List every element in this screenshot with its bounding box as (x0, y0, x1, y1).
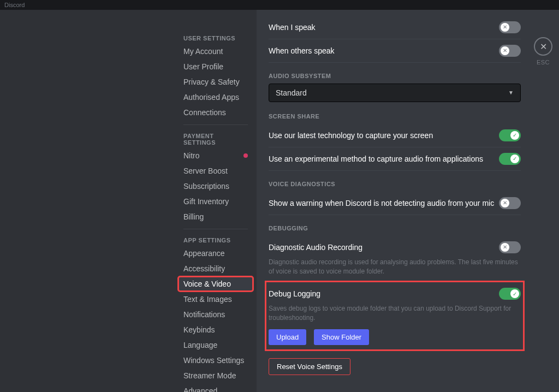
row-mic-warning: Show a warning when Discord is not detec… (269, 192, 521, 215)
sidebar-item-billing[interactable]: Billing (178, 209, 253, 224)
sidebar-header: USER SETTINGS (178, 32, 253, 44)
when-others-speak-toggle[interactable] (499, 45, 521, 57)
sidebar-item-user-profile[interactable]: User Profile (178, 59, 253, 74)
sidebar-item-label: Windows Settings (183, 356, 244, 365)
diag-rec-desc: Diagnostic audio recording is used for a… (269, 258, 521, 276)
debug-log-desc: Saves debug logs to voice module folder … (269, 304, 521, 323)
debug-log-toggle[interactable] (499, 288, 521, 300)
sidebar-item-notifications[interactable]: Notifications (178, 307, 253, 322)
row-diag-rec: Diagnostic Audio Recording (269, 236, 521, 254)
exp-audio-label: Use an experimental method to capture au… (269, 155, 483, 163)
sidebar-item-label: Appearance (183, 249, 225, 258)
sidebar-item-language[interactable]: Language (178, 337, 253, 353)
mic-warning-toggle[interactable] (499, 197, 521, 209)
row-latest-tech: Use our latest technology to capture you… (269, 124, 521, 147)
sidebar-item-accessibility[interactable]: Accessibility (178, 261, 253, 276)
latest-tech-toggle[interactable] (499, 129, 521, 141)
sidebar-item-label: Language (183, 341, 217, 349)
screen-share-title: SCREEN SHARE (269, 113, 521, 120)
voice-diagnostics-title: VOICE DIAGNOSTICS (269, 181, 521, 187)
sidebar-item-appearance[interactable]: Appearance (178, 246, 253, 261)
sidebar-item-label: User Profile (183, 62, 223, 71)
diag-rec-toggle[interactable] (499, 241, 521, 253)
attenuation-desc-tail: attenuation. (269, 10, 521, 13)
sidebar-item-nitro[interactable]: Nitro (178, 148, 253, 163)
sidebar-header: APP SETTINGS (178, 234, 253, 246)
sidebar-item-subscriptions[interactable]: Subscriptions (178, 179, 253, 194)
sidebar-item-label: My Account (183, 47, 223, 56)
sidebar-item-text-images[interactable]: Text & Images (178, 292, 253, 307)
sidebar-item-authorised-apps[interactable]: Authorised Apps (178, 90, 253, 105)
latest-tech-label: Use our latest technology to capture you… (269, 131, 433, 140)
sidebar-header: PAYMENT SETTINGS (178, 129, 253, 148)
sidebar-item-label: Server Boost (183, 167, 228, 175)
chevron-down-icon: ▼ (508, 90, 514, 96)
mic-warning-label: Show a warning when Discord is not detec… (269, 199, 494, 207)
settings-content: ✕ ESC attenuation. When I speak When oth… (257, 10, 559, 392)
titlebar: Discord (0, 0, 559, 10)
sidebar-item-label: Streamer Mode (183, 371, 236, 380)
sidebar-item-label: Text & Images (183, 295, 232, 304)
audio-subsystem-value: Standard (276, 88, 307, 97)
sidebar-item-label: Authorised Apps (183, 93, 239, 102)
when-i-speak-label: When I speak (269, 23, 316, 32)
debugging-title: DEBUGGING (269, 225, 521, 231)
sidebar-item-label: Accessibility (183, 264, 225, 273)
sidebar-item-voice-video[interactable]: Voice & Video (178, 276, 253, 292)
settings-sidebar: USER SETTINGSMy AccountUser ProfilePriva… (175, 10, 257, 392)
sidebar-item-label: Privacy & Safety (183, 78, 240, 86)
row-debug-log: Debug Logging (269, 282, 521, 301)
close-icon[interactable]: ✕ (534, 37, 552, 56)
show-folder-button[interactable]: Show Folder (314, 329, 369, 345)
sidebar-item-my-account[interactable]: My Account (178, 44, 253, 59)
audio-subsystem-select[interactable]: Standard ▼ (269, 84, 521, 102)
sidebar-item-label: Keybinds (183, 325, 215, 334)
sidebar-item-gift-inventory[interactable]: Gift Inventory (178, 194, 253, 209)
sidebar-item-label: Nitro (183, 151, 200, 160)
debug-log-label: Debug Logging (269, 289, 320, 298)
sidebar-item-keybinds[interactable]: Keybinds (178, 322, 253, 337)
when-i-speak-toggle[interactable] (499, 21, 521, 33)
row-when-i-speak: When I speak (269, 16, 521, 39)
when-others-speak-label: When others speak (269, 46, 335, 55)
sidebar-item-connections[interactable]: Connections (178, 105, 253, 120)
sidebar-item-label: Billing (183, 212, 204, 221)
exp-audio-toggle[interactable] (499, 153, 521, 165)
sidebar-item-label: Subscriptions (183, 182, 229, 191)
diag-rec-label: Diagnostic Audio Recording (269, 243, 362, 252)
sidebar-item-streamer-mode[interactable]: Streamer Mode (178, 368, 253, 383)
upload-button[interactable]: Upload (269, 329, 306, 345)
sidebar-item-label: Notifications (183, 310, 225, 319)
sidebar-item-server-boost[interactable]: Server Boost (178, 163, 253, 179)
reset-voice-settings-button[interactable]: Reset Voice Settings (269, 358, 350, 375)
esc-label: ESC (537, 59, 550, 66)
audio-subsystem-title: AUDIO SUBSYSTEM (269, 73, 521, 79)
sidebar-item-label: Gift Inventory (183, 197, 229, 206)
row-exp-audio: Use an experimental method to capture au… (269, 147, 521, 171)
debug-logging-highlight: Debug Logging Saves debug logs to voice … (265, 281, 524, 351)
sidebar-item-windows-settings[interactable]: Windows Settings (178, 353, 253, 368)
sidebar-item-privacy-safety[interactable]: Privacy & Safety (178, 74, 253, 90)
sidebar-item-label: Connections (183, 108, 226, 117)
sidebar-item-advanced[interactable]: Advanced (178, 383, 253, 392)
row-when-others-speak: When others speak (269, 39, 521, 63)
sidebar-item-label: Advanced (183, 387, 217, 392)
left-gutter (0, 10, 175, 392)
nitro-badge-icon (243, 153, 248, 158)
sidebar-item-label: Voice & Video (183, 280, 231, 288)
